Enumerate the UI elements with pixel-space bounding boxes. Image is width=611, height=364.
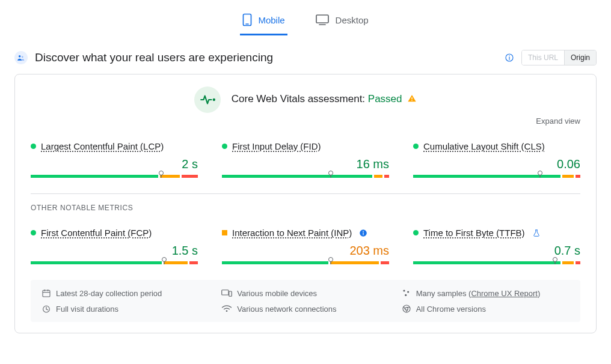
metric-cls-bar <box>413 175 580 178</box>
svg-point-23 <box>328 258 333 262</box>
metric-ttfb-label[interactable]: Time to First Byte (TTFB) <box>423 228 525 238</box>
metric-fid-bar <box>222 175 389 178</box>
status-dot-good <box>413 230 419 235</box>
status-dot-good <box>413 144 419 149</box>
metric-fcp-value: 1.5 s <box>31 244 198 258</box>
status-square-ni <box>222 230 227 235</box>
metric-ttfb: Time to First Byte (TTFB) 0.7 s <box>413 228 580 264</box>
marker-icon <box>158 171 164 178</box>
svg-rect-10 <box>412 97 413 99</box>
scope-toggle: This URL Origin <box>521 50 597 65</box>
assessment-text: Core Web Vitals assessment: Passed <box>232 93 417 106</box>
metric-fid-label[interactable]: First Input Delay (FID) <box>232 141 321 151</box>
info-badge-icon[interactable] <box>359 229 367 237</box>
metric-ttfb-value: 0.7 s <box>413 244 580 258</box>
svg-point-35 <box>405 294 407 296</box>
users-icon <box>14 51 28 64</box>
footer-versions: All Chrome versions <box>402 304 570 314</box>
metric-fid: First Input Delay (FID) 16 ms <box>222 141 389 178</box>
metric-fcp: First Contentful Paint (FCP) 1.5 s <box>31 228 198 264</box>
metric-lcp-label[interactable]: Largest Contentful Paint (LCP) <box>41 141 164 151</box>
assessment-status: Passed <box>368 93 402 105</box>
assessment-row: Core Web Vitals assessment: Passed <box>31 86 580 113</box>
footer-samples: Many samples (Chrome UX Report) <box>402 288 570 298</box>
other-metrics: First Contentful Paint (FCP) 1.5 s Inter… <box>31 228 580 264</box>
chrome-ux-report-link[interactable]: Chrome UX Report <box>471 289 538 298</box>
svg-point-22 <box>363 231 364 232</box>
footer-networks: Various network connections <box>221 304 389 314</box>
section-header: Discover what your real users are experi… <box>0 35 611 74</box>
metric-fcp-bar <box>31 261 198 264</box>
desktop-icon <box>315 14 330 26</box>
svg-point-4 <box>19 55 21 58</box>
svg-point-12 <box>159 171 163 175</box>
scatter-icon <box>402 288 411 298</box>
status-dot-good <box>31 144 36 149</box>
clock-icon <box>41 304 51 314</box>
pulse-icon <box>194 86 221 113</box>
svg-point-39 <box>226 310 228 312</box>
svg-rect-11 <box>412 100 413 100</box>
status-dot-good <box>222 144 227 149</box>
metric-inp-bar <box>222 261 389 264</box>
metric-cls-value: 0.06 <box>413 157 580 171</box>
metric-lcp-value: 2 s <box>31 157 198 171</box>
expand-view-link[interactable]: Expand view <box>536 117 580 126</box>
mobile-icon <box>242 13 252 26</box>
svg-rect-32 <box>229 291 232 296</box>
marker-icon <box>161 257 167 264</box>
svg-point-34 <box>407 291 409 293</box>
tab-mobile-label: Mobile <box>258 15 284 25</box>
status-dot-good <box>31 230 36 235</box>
svg-point-18 <box>162 258 167 262</box>
metric-lcp-bar <box>31 175 198 178</box>
svg-rect-31 <box>222 290 229 295</box>
field-data-card: Core Web Vitals assessment: Passed Expan… <box>14 74 597 333</box>
warning-icon <box>407 94 417 106</box>
info-icon[interactable] <box>505 53 514 62</box>
svg-rect-2 <box>316 15 328 23</box>
footer-durations: Full visit durations <box>41 304 209 314</box>
scope-this-url[interactable]: This URL <box>522 50 565 65</box>
metric-fid-value: 16 ms <box>222 157 389 171</box>
divider <box>31 193 580 194</box>
svg-point-25 <box>553 258 557 262</box>
tab-desktop-label: Desktop <box>336 15 369 25</box>
metric-inp-label[interactable]: Interaction to Next Paint (INP) <box>232 228 352 238</box>
cwv-metrics: Largest Contentful Paint (LCP) 2 s First… <box>31 141 580 178</box>
metric-ttfb-bar <box>413 261 580 264</box>
assessment-label: Core Web Vitals assessment: <box>232 93 365 105</box>
metric-cls: Cumulative Layout Shift (CLS) 0.06 <box>413 141 580 178</box>
footer-period: Latest 28-day collection period <box>41 288 209 298</box>
metric-inp-value: 203 ms <box>222 244 389 258</box>
wifi-icon <box>221 305 232 313</box>
metric-lcp: Largest Contentful Paint (LCP) 2 s <box>31 141 198 178</box>
metric-fcp-label[interactable]: First Contentful Paint (FCP) <box>41 228 152 238</box>
metric-inp: Interaction to Next Paint (INP) 203 ms <box>222 228 389 264</box>
svg-point-14 <box>328 171 333 175</box>
devices-icon <box>221 289 232 297</box>
scope-origin[interactable]: Origin <box>565 50 596 65</box>
tab-mobile[interactable]: Mobile <box>240 10 287 35</box>
marker-icon <box>537 171 543 178</box>
svg-point-8 <box>509 55 510 56</box>
svg-rect-27 <box>43 290 50 297</box>
page-title: Discover what your real users are experi… <box>35 51 497 64</box>
svg-line-38 <box>46 309 48 310</box>
marker-icon <box>328 257 334 264</box>
device-tabs: Mobile Desktop <box>0 0 611 35</box>
svg-point-16 <box>538 171 542 175</box>
marker-icon <box>552 257 558 264</box>
footer-devices: Various mobile devices <box>221 288 389 298</box>
metric-cls-label[interactable]: Cumulative Layout Shift (CLS) <box>423 141 545 151</box>
marker-icon <box>328 171 334 178</box>
calendar-icon <box>41 288 51 298</box>
svg-point-5 <box>22 56 23 58</box>
footer-info: Latest 28-day collection period Various … <box>31 280 580 322</box>
chrome-icon <box>402 304 411 314</box>
tab-desktop[interactable]: Desktop <box>313 10 371 35</box>
expand-view-row: Expand view <box>31 117 580 126</box>
other-metrics-heading: OTHER NOTABLE METRICS <box>31 204 580 212</box>
svg-point-33 <box>403 290 405 291</box>
flask-icon[interactable] <box>532 229 541 237</box>
